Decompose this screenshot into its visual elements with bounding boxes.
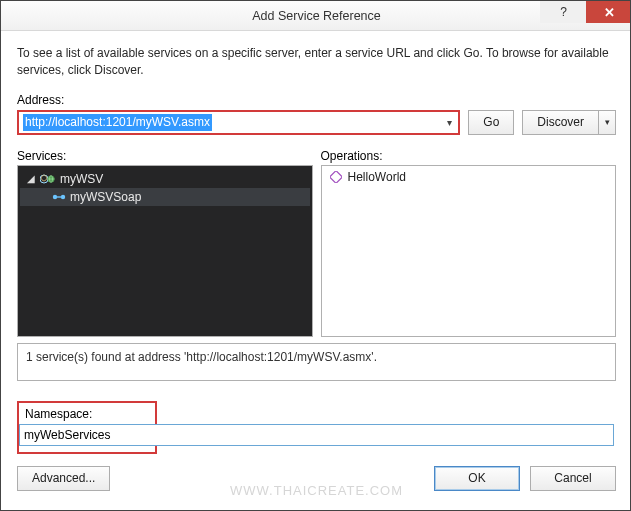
instruction-text: To see a list of available services on a… xyxy=(17,45,616,79)
service-node-label: myWSV xyxy=(60,172,103,186)
dialog-content: To see a list of available services on a… xyxy=(1,31,631,501)
collapse-icon[interactable]: ◢ xyxy=(26,173,36,184)
namespace-label: Namespace: xyxy=(25,407,149,421)
title-bar: Add Service Reference ? ✕ xyxy=(1,1,631,31)
operations-list[interactable]: HelloWorld xyxy=(321,165,617,337)
gear-globe-icon xyxy=(40,173,56,185)
help-button[interactable]: ? xyxy=(540,1,586,23)
ok-button[interactable]: OK xyxy=(434,466,520,491)
service-node[interactable]: ◢ myWSV xyxy=(20,170,310,188)
footer: Advanced... OK Cancel xyxy=(17,466,616,491)
panels: Services: ◢ xyxy=(17,149,616,337)
chevron-down-icon[interactable]: ▾ xyxy=(447,117,452,128)
status-text: 1 service(s) found at address 'http://lo… xyxy=(17,343,616,381)
services-panel: Services: ◢ xyxy=(17,149,313,337)
operation-item[interactable]: HelloWorld xyxy=(322,166,616,188)
svg-point-4 xyxy=(53,194,57,198)
go-button[interactable]: Go xyxy=(468,110,514,135)
namespace-input[interactable] xyxy=(19,424,614,446)
operation-label: HelloWorld xyxy=(348,170,406,184)
services-tree[interactable]: ◢ myWSV xyxy=(17,165,313,337)
window-title: Add Service Reference xyxy=(1,9,631,23)
window-controls: ? ✕ xyxy=(540,1,631,23)
discover-button[interactable]: Discover xyxy=(522,110,598,135)
discover-split-button: Discover ▾ xyxy=(522,110,616,135)
port-icon xyxy=(52,192,66,202)
address-label: Address: xyxy=(17,93,616,107)
discover-dropdown-button[interactable]: ▾ xyxy=(598,110,616,135)
service-port-label: myWSVSoap xyxy=(70,190,141,204)
namespace-block: Namespace: xyxy=(17,401,157,454)
address-value: http://localhost:1201/myWSV.asmx xyxy=(23,114,212,131)
address-combobox[interactable]: http://localhost:1201/myWSV.asmx ▾ xyxy=(17,110,460,135)
address-row: http://localhost:1201/myWSV.asmx ▾ Go Di… xyxy=(17,110,616,135)
svg-rect-7 xyxy=(330,171,342,183)
advanced-button[interactable]: Advanced... xyxy=(17,466,110,491)
method-icon xyxy=(330,171,342,183)
service-port-node[interactable]: myWSVSoap xyxy=(20,188,310,206)
operations-label: Operations: xyxy=(321,149,617,163)
operations-panel: Operations: HelloWorld xyxy=(321,149,617,337)
services-label: Services: xyxy=(17,149,313,163)
close-button[interactable]: ✕ xyxy=(586,1,631,23)
cancel-button[interactable]: Cancel xyxy=(530,466,616,491)
svg-point-5 xyxy=(61,194,65,198)
